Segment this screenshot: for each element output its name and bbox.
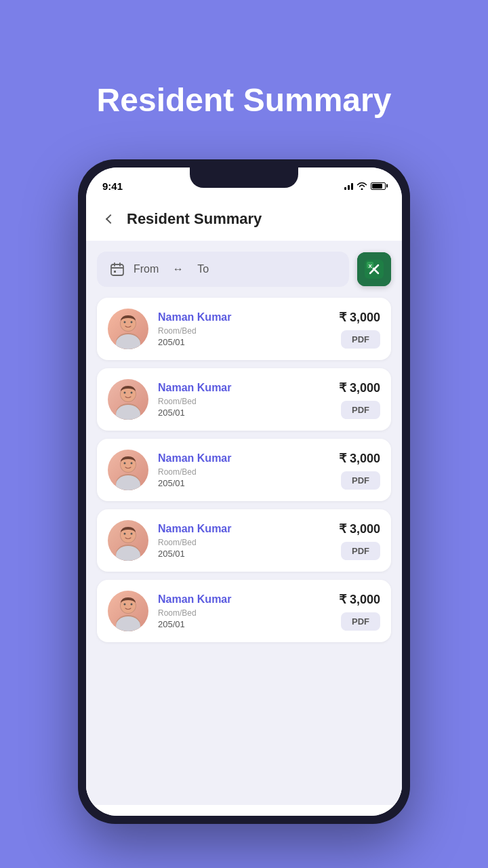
excel-export-button[interactable]: X bbox=[357, 252, 391, 286]
phone-shell: 9:41 bbox=[78, 159, 410, 824]
resident-name: Naman Kumar bbox=[158, 593, 329, 606]
resident-amount: ₹ 3,000 bbox=[339, 310, 380, 325]
resident-name: Naman Kumar bbox=[158, 382, 329, 394]
page-title: Resident Summary bbox=[97, 81, 392, 119]
resident-room-label: Room/Bed bbox=[158, 326, 329, 336]
date-filter-pill[interactable]: From ↔ To bbox=[97, 252, 349, 287]
resident-card: Naman Kumar Room/Bed 205/01 ₹ 3,000 PDF bbox=[97, 509, 391, 572]
resident-avatar bbox=[108, 591, 148, 631]
resident-info: Naman Kumar Room/Bed 205/01 bbox=[158, 311, 329, 347]
resident-info: Naman Kumar Room/Bed 205/01 bbox=[158, 452, 329, 488]
resident-room-number: 205/01 bbox=[158, 549, 329, 559]
screen-title: Resident Summary bbox=[127, 210, 262, 228]
resident-name: Naman Kumar bbox=[158, 452, 329, 465]
svg-point-21 bbox=[124, 462, 126, 465]
resident-amount: ₹ 3,000 bbox=[339, 521, 380, 536]
resident-room-label: Room/Bed bbox=[158, 467, 329, 477]
pdf-button[interactable]: PDF bbox=[341, 330, 380, 349]
main-area: From ↔ To bbox=[86, 241, 402, 805]
pdf-button[interactable]: PDF bbox=[341, 542, 380, 560]
resident-room-number: 205/01 bbox=[158, 619, 329, 629]
resident-actions: ₹ 3,000 PDF bbox=[339, 592, 380, 631]
resident-info: Naman Kumar Room/Bed 205/01 bbox=[158, 382, 329, 418]
resident-amount: ₹ 3,000 bbox=[339, 451, 380, 466]
date-range-text: From ↔ To bbox=[134, 263, 209, 275]
svg-point-22 bbox=[131, 462, 133, 465]
pdf-button[interactable]: PDF bbox=[341, 401, 380, 419]
resident-name: Naman Kumar bbox=[158, 311, 329, 323]
resident-actions: ₹ 3,000 PDF bbox=[339, 521, 380, 560]
resident-info: Naman Kumar Room/Bed 205/01 bbox=[158, 593, 329, 629]
battery-icon bbox=[371, 182, 386, 190]
svg-rect-1 bbox=[114, 271, 116, 273]
resident-amount: ₹ 3,000 bbox=[339, 592, 380, 607]
svg-point-15 bbox=[124, 392, 126, 394]
resident-card: Naman Kumar Room/Bed 205/01 ₹ 3,000 PDF bbox=[97, 580, 391, 642]
pdf-button[interactable]: PDF bbox=[341, 612, 380, 631]
resident-avatar bbox=[108, 379, 148, 420]
status-time: 9:41 bbox=[102, 180, 123, 192]
resident-actions: ₹ 3,000 PDF bbox=[339, 310, 380, 349]
resident-info: Naman Kumar Room/Bed 205/01 bbox=[158, 523, 329, 559]
date-filter-row: From ↔ To bbox=[97, 252, 391, 287]
svg-point-16 bbox=[131, 392, 133, 394]
svg-point-33 bbox=[124, 604, 126, 606]
notch bbox=[190, 167, 298, 188]
svg-point-28 bbox=[131, 533, 133, 535]
resident-avatar bbox=[108, 520, 148, 561]
back-button[interactable] bbox=[100, 208, 121, 230]
signal-icon bbox=[344, 182, 353, 190]
resident-room-label: Room/Bed bbox=[158, 538, 329, 547]
resident-name: Naman Kumar bbox=[158, 523, 329, 535]
calendar-icon bbox=[109, 261, 125, 277]
wifi-icon bbox=[357, 182, 367, 190]
resident-card: Naman Kumar Room/Bed 205/01 ₹ 3,000 PDF bbox=[97, 368, 391, 431]
resident-card: Naman Kumar Room/Bed 205/01 ₹ 3,000 PDF bbox=[97, 439, 391, 501]
pdf-button[interactable]: PDF bbox=[341, 471, 380, 490]
resident-actions: ₹ 3,000 PDF bbox=[339, 451, 380, 490]
app-header: Resident Summary bbox=[86, 197, 402, 241]
status-icons bbox=[344, 182, 386, 190]
svg-point-27 bbox=[124, 533, 126, 535]
svg-text:X: X bbox=[369, 263, 373, 269]
svg-point-10 bbox=[131, 321, 133, 323]
resident-avatar bbox=[108, 450, 148, 490]
resident-room-label: Room/Bed bbox=[158, 608, 329, 618]
back-chevron-icon bbox=[106, 214, 115, 224]
residents-list: Naman Kumar Room/Bed 205/01 ₹ 3,000 PDF bbox=[97, 298, 391, 642]
resident-room-number: 205/01 bbox=[158, 337, 329, 347]
resident-card: Naman Kumar Room/Bed 205/01 ₹ 3,000 PDF bbox=[97, 298, 391, 360]
svg-rect-0 bbox=[111, 264, 123, 275]
resident-room-label: Room/Bed bbox=[158, 397, 329, 406]
svg-point-9 bbox=[124, 321, 126, 323]
resident-avatar bbox=[108, 309, 148, 349]
resident-amount: ₹ 3,000 bbox=[339, 380, 380, 395]
resident-actions: ₹ 3,000 PDF bbox=[339, 380, 380, 419]
resident-room-number: 205/01 bbox=[158, 408, 329, 418]
svg-point-34 bbox=[131, 604, 133, 606]
resident-room-number: 205/01 bbox=[158, 478, 329, 488]
